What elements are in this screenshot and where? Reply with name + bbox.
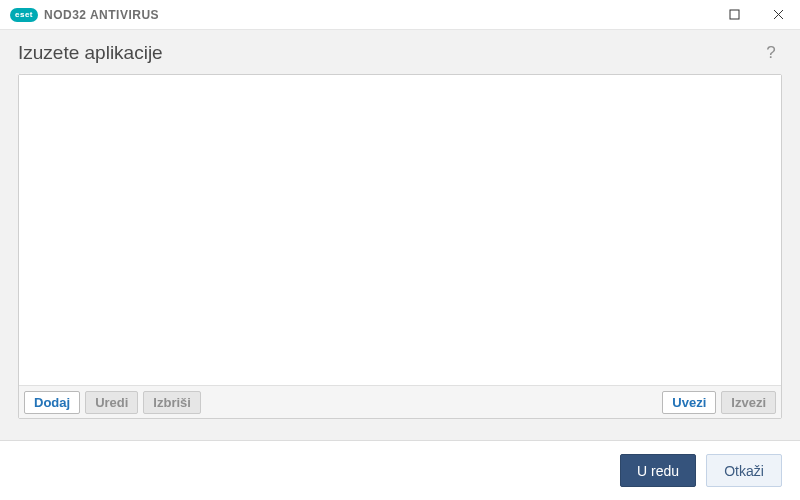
brand: eset NOD32 ANTIVIRUS xyxy=(10,8,159,22)
product-name: NOD32 ANTIVIRUS xyxy=(44,8,159,22)
maximize-button[interactable] xyxy=(712,0,756,30)
export-button[interactable]: Izvezi xyxy=(721,391,776,414)
help-icon: ? xyxy=(766,43,775,63)
page-title: Izuzete aplikacije xyxy=(18,42,163,64)
titlebar: eset NOD32 ANTIVIRUS xyxy=(0,0,800,30)
excluded-apps-panel: Dodaj Uredi Izbriši Uvezi Izvezi xyxy=(18,74,782,419)
window-controls xyxy=(712,0,800,30)
brand-logo-icon: eset xyxy=(10,8,38,22)
panel-wrap: Dodaj Uredi Izbriši Uvezi Izvezi xyxy=(0,74,800,419)
close-icon xyxy=(773,9,784,20)
delete-button[interactable]: Izbriši xyxy=(143,391,201,414)
subheader: Izuzete aplikacije ? xyxy=(0,30,800,74)
svg-rect-0 xyxy=(730,10,739,19)
import-button[interactable]: Uvezi xyxy=(662,391,716,414)
close-button[interactable] xyxy=(756,0,800,30)
maximize-icon xyxy=(729,9,740,20)
cancel-button[interactable]: Otkaži xyxy=(706,454,782,487)
excluded-apps-list[interactable] xyxy=(19,75,781,385)
add-button[interactable]: Dodaj xyxy=(24,391,80,414)
edit-button[interactable]: Uredi xyxy=(85,391,138,414)
footer: U redu Otkaži xyxy=(0,440,800,500)
panel-toolbar: Dodaj Uredi Izbriši Uvezi Izvezi xyxy=(19,385,781,418)
help-button[interactable]: ? xyxy=(760,42,782,64)
ok-button[interactable]: U redu xyxy=(620,454,696,487)
